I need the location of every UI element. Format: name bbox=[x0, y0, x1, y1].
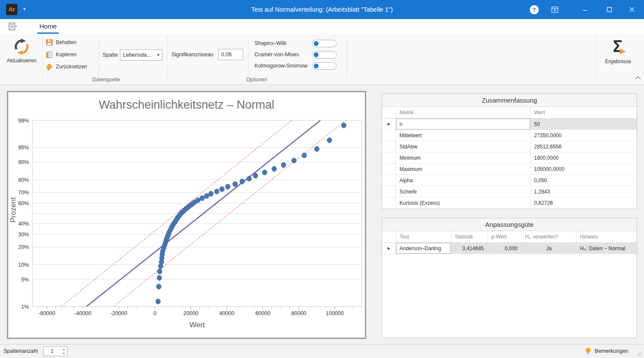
svg-text:20%: 20% bbox=[18, 244, 29, 250]
svg-text:30%: 30% bbox=[18, 232, 29, 238]
column-header-hinweis[interactable]: Hinweis bbox=[576, 231, 637, 242]
svg-text:0: 0 bbox=[153, 310, 156, 316]
table-row[interactable]: ▶ Anderson–Darling 3,414685 0,000 Ja H₀:… bbox=[382, 243, 637, 254]
svg-text:40000: 40000 bbox=[219, 310, 235, 316]
table-row[interactable]: Schiefe 1,2843 bbox=[382, 186, 637, 197]
eraser-icon bbox=[46, 63, 53, 71]
ribbon-display-options-icon bbox=[551, 6, 558, 13]
minimize-button[interactable] bbox=[580, 4, 590, 15]
table-row[interactable]: Alpha 0,050 bbox=[382, 175, 637, 186]
table-row[interactable]: ▶ n 50 bbox=[382, 119, 637, 130]
spalte-combobox[interactable]: Lebensda... ▼ bbox=[120, 49, 162, 61]
ribbon-display-options-button[interactable] bbox=[550, 4, 560, 15]
cell-wert: 105000,0000 bbox=[531, 164, 637, 174]
table-row[interactable]: Kurtosis (Exzess) 0,62726 bbox=[382, 197, 637, 209]
spalte-label: Spalte bbox=[103, 49, 118, 61]
kolmogorow-smirnow-toggle[interactable] bbox=[312, 62, 337, 70]
column-header-metrik[interactable]: Metrik bbox=[396, 107, 531, 118]
column-header-h0-verwerfen[interactable]: H₀ verwerfen? bbox=[522, 231, 576, 242]
help-button[interactable]: ? bbox=[529, 4, 539, 15]
toggle-dot bbox=[314, 41, 319, 46]
cell-wert: 50 bbox=[531, 119, 637, 129]
row-indicator bbox=[382, 141, 396, 152]
document-list-icon bbox=[9, 23, 17, 30]
refresh-icon bbox=[13, 38, 30, 55]
svg-text:70%: 70% bbox=[18, 190, 29, 196]
table-row[interactable]: Maximum 105000,0000 bbox=[382, 164, 637, 175]
cell-metrik: Alpha bbox=[396, 175, 531, 186]
ribbon-tab-row: Home bbox=[0, 19, 644, 34]
ribbon-separator bbox=[42, 36, 43, 78]
cell-statistik: 3,414685 bbox=[451, 243, 488, 254]
cell-wert: 0,62726 bbox=[531, 197, 637, 209]
column-header-wert[interactable]: Wert bbox=[531, 107, 637, 118]
spaltenanzahl-spinner[interactable]: ▲ ▼ bbox=[43, 346, 68, 356]
table-row[interactable]: StdAbw 28512,6556 bbox=[382, 141, 637, 152]
close-button[interactable] bbox=[627, 4, 637, 15]
maximize-icon bbox=[607, 7, 612, 12]
cramer-von-mises-toggle[interactable] bbox=[312, 51, 337, 58]
cell-metrik: Kurtosis (Exzess) bbox=[396, 197, 531, 209]
toggle-dot bbox=[314, 64, 319, 68]
ergebnisse-button[interactable]: Σ Ergebnisse bbox=[599, 35, 637, 65]
column-header-p-wert[interactable]: p-Wert bbox=[488, 231, 522, 242]
kopieren-label: Kopieren bbox=[56, 52, 77, 58]
cell-wert: 28512,6556 bbox=[531, 141, 637, 152]
svg-text:90%: 90% bbox=[18, 159, 29, 165]
svg-text:80%: 80% bbox=[18, 177, 29, 183]
column-header-statistik[interactable]: Statistik bbox=[451, 231, 488, 242]
row-indicator bbox=[382, 164, 396, 174]
svg-text:100000: 100000 bbox=[326, 310, 344, 316]
table-row[interactable]: Mittelwert 27350,0000 bbox=[382, 130, 637, 141]
minimize-icon bbox=[583, 7, 588, 12]
application-menu-button[interactable] bbox=[9, 22, 23, 31]
svg-text:5%: 5% bbox=[21, 277, 29, 283]
table-row[interactable]: Minimum 1800,0000 bbox=[382, 152, 637, 164]
cell-p-wert: 0,000 bbox=[488, 243, 522, 254]
row-indicator: ▶ bbox=[382, 119, 396, 129]
spalte-combobox-value: Lebensda... bbox=[120, 52, 155, 58]
aktualisieren-label: Aktualisieren bbox=[7, 58, 37, 64]
behalten-label: Behalten bbox=[56, 39, 76, 45]
titlebar: Az ▼ Test auf Normalverteilung: (Arbeits… bbox=[0, 0, 644, 19]
fit-table: Anpassungsgüte Test Statistik p-Wert H₀ … bbox=[382, 218, 637, 338]
summary-table-header: Metrik Wert bbox=[382, 107, 637, 119]
row-indicator bbox=[382, 152, 396, 163]
zuruecksetzen-button[interactable]: Zurücksetzen bbox=[46, 61, 87, 72]
cell-metrik: Maximum bbox=[396, 164, 531, 174]
fit-table-header: Test Statistik p-Wert H₀ verwerfen? Hinw… bbox=[382, 231, 637, 243]
cell-metrik: StdAbw bbox=[396, 141, 531, 152]
group-optionen-label: Optionen bbox=[167, 77, 346, 83]
ribbon-separator bbox=[346, 36, 347, 78]
group-datenquelle-label: Datenquelle bbox=[46, 77, 167, 83]
spaltenanzahl-label: Spaltenanzahl bbox=[3, 345, 38, 358]
svg-text:99%: 99% bbox=[18, 118, 29, 124]
maximize-button[interactable] bbox=[604, 4, 615, 15]
ribbon-separator bbox=[248, 36, 248, 78]
svg-text:-40000: -40000 bbox=[74, 310, 91, 316]
shapiro-wilk-toggle[interactable] bbox=[312, 40, 337, 47]
tab-home[interactable]: Home bbox=[37, 20, 59, 32]
ribbon: Aktualisieren Behalten Kopieren Zurückse… bbox=[0, 34, 644, 85]
cell-metrik: Schiefe bbox=[396, 186, 531, 197]
chevron-up-icon bbox=[634, 75, 641, 81]
svg-text:60000: 60000 bbox=[255, 310, 270, 316]
bemerkungen-button[interactable]: Bemerkungen bbox=[595, 345, 628, 358]
signifikanzniveau-input[interactable] bbox=[218, 49, 243, 60]
spinner-up-button[interactable]: ▲ bbox=[61, 347, 67, 352]
shapiro-wilk-label: Shapiro–Wilk bbox=[254, 40, 287, 47]
svg-text:95%: 95% bbox=[18, 145, 29, 151]
kopieren-button[interactable]: Kopieren bbox=[46, 49, 77, 60]
behalten-button[interactable]: Behalten bbox=[46, 37, 76, 48]
aktualisieren-button[interactable]: Aktualisieren bbox=[3, 35, 40, 64]
spaltenanzahl-input[interactable] bbox=[44, 347, 61, 356]
collapse-ribbon-button[interactable] bbox=[634, 75, 641, 81]
cell-wert: 1,2843 bbox=[531, 186, 637, 197]
row-indicator: ▶ bbox=[382, 243, 396, 254]
cell-wert: 27350,0000 bbox=[531, 130, 637, 141]
toggle-dot bbox=[314, 52, 319, 57]
svg-text:10%: 10% bbox=[18, 262, 29, 268]
column-header-test[interactable]: Test bbox=[396, 231, 451, 242]
spinner-down-button[interactable]: ▼ bbox=[61, 352, 67, 356]
resize-grip[interactable] bbox=[637, 351, 642, 356]
